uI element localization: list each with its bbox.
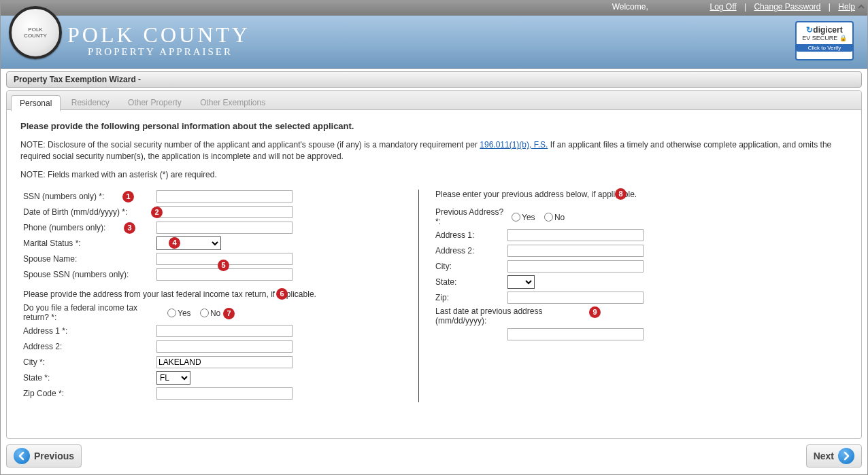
digicert-click: Click to Verify: [797, 44, 852, 52]
digicert-logo-icon: ↻digicert: [797, 25, 852, 35]
spouse-ssn-label: Spouse SSN (numbers only):: [20, 270, 156, 279]
last-date-input[interactable]: [507, 328, 644, 340]
nav-buttons: Previous Next: [6, 444, 862, 468]
separator: |: [829, 2, 831, 12]
banner: POLKCOUNTY POLK COUNTY PROPERTY APPRAISE…: [1, 16, 867, 69]
row-prev-city: City:: [433, 260, 848, 273]
right-column: Please enter your previous address below…: [433, 190, 848, 402]
next-label: Next: [814, 451, 834, 461]
logoff-link[interactable]: Log Off: [710, 2, 736, 12]
phone-input[interactable]: [156, 222, 293, 234]
prev-city-label: City:: [433, 262, 507, 271]
prev-state-select[interactable]: [507, 275, 535, 289]
welcome-text: Welcome,: [612, 2, 648, 12]
row-prev-zip: Zip:: [433, 291, 848, 304]
row-file-tax: Do you file a federal income tax return?…: [20, 303, 405, 322]
dob-input[interactable]: [156, 206, 293, 218]
app-frame: Welcome, Log Off | Change Password | Hel…: [0, 0, 868, 475]
prev-addr-no-label: No: [554, 213, 565, 222]
prev-addr2-label: Address 2:: [433, 246, 507, 256]
tab-other-exemptions[interactable]: Other Exemptions: [192, 95, 273, 110]
prev-addr-section-note: Please enter your previous address below…: [435, 190, 848, 199]
tax-return-section-note: Please provide the address from your las…: [23, 289, 405, 299]
prev-zip-input[interactable]: [507, 292, 644, 304]
tab-container: Personal Residency Other Property Other …: [6, 90, 862, 439]
addr1-input[interactable]: [156, 325, 293, 337]
state-select[interactable]: FL: [156, 371, 190, 385]
row-prev-state: State:: [433, 275, 848, 289]
file-tax-no-radio[interactable]: [200, 309, 209, 317]
row-last-date: Last date at previous address (mm/dd/yyy…: [433, 306, 848, 326]
change-password-link[interactable]: Change Password: [754, 2, 820, 12]
callout-7: 7: [223, 308, 235, 319]
arrow-right-icon: [838, 448, 854, 464]
help-link[interactable]: Help: [838, 2, 855, 12]
row-marital: Marital Status *: 4: [20, 236, 405, 250]
addr2-input[interactable]: [156, 340, 293, 353]
tab-personal[interactable]: Personal: [11, 95, 61, 111]
spouse-name-label: Spouse Name:: [20, 254, 156, 264]
separator: |: [744, 2, 746, 12]
previous-button[interactable]: Previous: [6, 444, 82, 468]
prev-zip-label: Zip:: [433, 293, 507, 302]
file-tax-no-label: No: [210, 309, 220, 318]
callout-1: 1: [122, 191, 134, 203]
marital-label: Marital Status *:: [20, 239, 156, 248]
row-last-date-input: [433, 328, 848, 341]
city-input[interactable]: [156, 356, 293, 368]
tab-residency[interactable]: Residency: [63, 95, 118, 110]
prev-addr1-input[interactable]: [507, 229, 644, 241]
banner-title-line1: POLK COUNTY: [67, 22, 250, 48]
row-prev-addr1: Address 1:: [433, 228, 848, 242]
ssn-input[interactable]: [156, 190, 293, 203]
file-tax-label: Do you file a federal income tax return?…: [20, 303, 163, 322]
row-spouse-name: Spouse Name: 5: [20, 252, 405, 266]
city-label: City *:: [20, 357, 156, 367]
county-seal-icon: POLKCOUNTY: [9, 6, 62, 59]
file-tax-yes-radio[interactable]: [167, 309, 176, 317]
prev-addr1-label: Address 1:: [433, 230, 507, 240]
previous-label: Previous: [34, 451, 74, 461]
marital-select[interactable]: [156, 236, 221, 250]
prev-addr2-input[interactable]: [507, 245, 644, 257]
tab-other-property[interactable]: Other Property: [120, 95, 190, 110]
lock-icon: 🔒: [839, 35, 847, 41]
column-divider: [418, 190, 419, 402]
prev-addr-no-radio[interactable]: [544, 213, 553, 222]
dob-label: Date of Birth (mm/dd/yyyy) *: 2: [20, 207, 156, 217]
addr2-label: Address 2:: [20, 342, 156, 351]
last-date-label: Last date at previous address (mm/dd/yyy…: [433, 306, 579, 326]
prev-addr-yes-radio[interactable]: [512, 213, 520, 222]
banner-title: POLK COUNTY PROPERTY APPRAISER: [67, 22, 250, 58]
row-zip: Zip Code *:: [20, 387, 405, 400]
seal-text: POLKCOUNTY: [24, 27, 47, 39]
phone-label: Phone (numbers only): 3: [20, 223, 156, 232]
addr1-label: Address 1 *:: [20, 326, 156, 336]
note-required: NOTE: Fields marked with an asterisk (*)…: [20, 169, 848, 181]
ssn-label: SSN (numbers only) *: 1: [20, 192, 156, 201]
state-label: State *:: [20, 373, 156, 383]
statute-link[interactable]: 196.011(1)(b), F.S.: [480, 140, 548, 149]
zip-input[interactable]: [156, 387, 293, 400]
tab-strip: Personal Residency Other Property Other …: [7, 91, 861, 110]
digicert-badge[interactable]: ↻digicert EV SECURE 🔒 Click to Verify: [795, 21, 854, 60]
row-prev-addr2: Address 2:: [433, 244, 848, 258]
row-addr2: Address 2:: [20, 340, 405, 353]
form-columns: SSN (numbers only) *: 1 Date of Birth (m…: [20, 190, 848, 402]
prev-addr-q-label: Previous Address? *:: [433, 207, 507, 226]
digicert-ev: EV SECURE 🔒: [797, 35, 852, 41]
tab-body: Please provide the following personal in…: [7, 110, 861, 439]
row-state: State *: FL: [20, 371, 405, 385]
prev-state-label: State:: [433, 277, 507, 287]
next-button[interactable]: Next: [806, 444, 862, 468]
wizard-title-bar: Property Tax Exemption Wizard -: [6, 71, 862, 88]
banner-title-line2: PROPERTY APPRAISER: [88, 46, 250, 58]
scroll-up-icon[interactable]: [856, 2, 866, 14]
prev-addr-yes-label: Yes: [522, 213, 535, 222]
row-prev-addr-q: Previous Address? *: Yes No: [433, 207, 848, 226]
callout-9: 9: [589, 306, 601, 318]
prev-city-input[interactable]: [507, 260, 644, 272]
file-tax-yes-label: Yes: [178, 309, 191, 318]
row-phone: Phone (numbers only): 3: [20, 221, 405, 234]
top-links: Welcome, Log Off | Change Password | Hel…: [612, 2, 858, 12]
